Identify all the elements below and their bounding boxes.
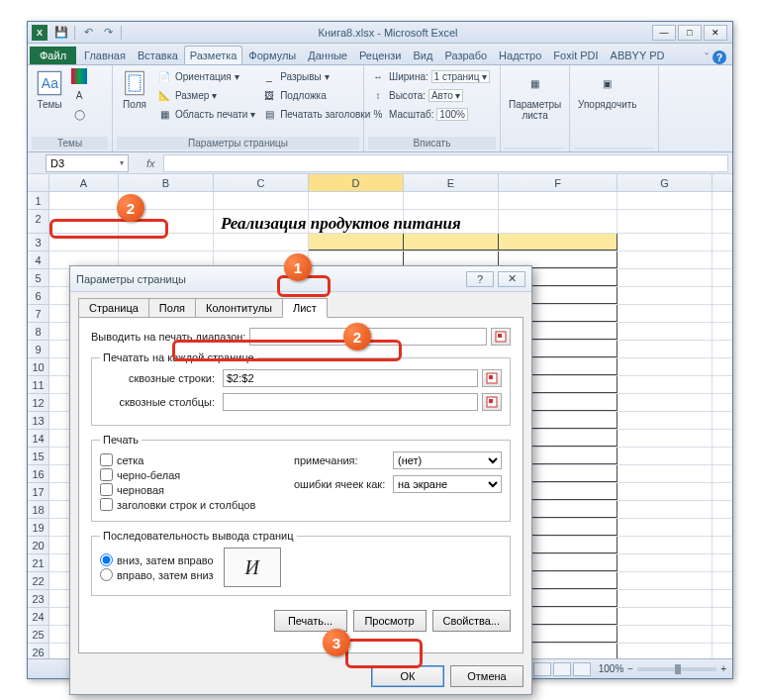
themes-button[interactable]: Aa Темы — [32, 67, 67, 112]
tab-developer[interactable]: Разрабо — [438, 46, 493, 64]
chk-headings[interactable] — [100, 498, 113, 511]
row-headers[interactable]: 1234567891011121314151617181920212223242… — [28, 192, 49, 659]
cancel-button[interactable]: Отмена — [450, 665, 523, 687]
height-icon: ↕ — [370, 87, 386, 103]
dialog-actions: ОК Отмена — [70, 661, 531, 691]
select-all-corner[interactable] — [28, 174, 49, 192]
ribbon-tabs: Файл Главная Вставка Разметка Формулы Да… — [28, 44, 732, 65]
dialog-title: Параметры страницы — [76, 273, 186, 285]
rows-repeat-picker[interactable] — [482, 369, 502, 387]
print-area-button[interactable]: ▦Область печати ▾ — [154, 105, 257, 123]
dlg-tab-sheet[interactable]: Лист — [282, 298, 328, 318]
sheet-options-icon: ▦ — [522, 69, 549, 97]
svg-rect-5 — [498, 334, 502, 338]
undo-icon[interactable]: ↶ — [79, 24, 97, 42]
radio-down-over[interactable] — [100, 553, 113, 566]
radio-over-down[interactable] — [100, 568, 113, 581]
file-tab[interactable]: Файл — [30, 47, 76, 64]
print-range-picker[interactable] — [491, 328, 511, 346]
dialog-help-button[interactable]: ? — [466, 271, 494, 287]
help-icon[interactable]: ? — [712, 50, 726, 64]
minimize-button[interactable]: — — [652, 25, 676, 41]
size-icon: 📐 — [156, 87, 172, 103]
margins-button[interactable]: Поля — [117, 67, 152, 112]
callout-1: 1 — [284, 253, 312, 281]
breaks-icon: ⎯ — [261, 68, 277, 84]
print-titles-button[interactable]: ▤Печатать заголовки — [259, 105, 372, 123]
cols-repeat-input[interactable] — [223, 393, 478, 411]
ok-button[interactable]: ОК — [371, 665, 444, 687]
rows-repeat-input[interactable] — [223, 369, 478, 387]
save-icon[interactable]: 💾 — [52, 24, 70, 42]
page-order-preview: И — [224, 548, 281, 587]
repeat-group: Печатать на каждой странице сквозные стр… — [91, 351, 511, 426]
tab-formulas[interactable]: Формулы — [242, 46, 302, 64]
view-normal[interactable] — [533, 662, 551, 676]
preview-button[interactable]: Просмотр — [353, 610, 427, 632]
callout-2b: 2 — [343, 323, 371, 350]
formula-bar: D3▾ fx — [28, 152, 732, 174]
window-title: Книга8.xlsx - Microsoft Excel — [125, 27, 651, 39]
excel-window: X 💾 ↶ ↷ Книга8.xlsx - Microsoft Excel — … — [27, 21, 733, 679]
orientation-button[interactable]: 📄Ориентация ▾ — [154, 67, 257, 85]
dlg-tab-margins[interactable]: Поля — [148, 298, 196, 317]
close-button[interactable]: ✕ — [704, 25, 727, 41]
errors-select[interactable]: на экране — [393, 475, 502, 493]
ribbon-minimize-icon[interactable]: ˇ — [705, 51, 709, 63]
zoom-in-icon[interactable]: + — [720, 663, 726, 674]
tab-review[interactable]: Рецензи — [353, 46, 408, 64]
group-page-label: Параметры страницы — [117, 137, 359, 150]
dlg-tab-headerfooter[interactable]: Колонтитулы — [195, 298, 283, 317]
maximize-button[interactable]: □ — [678, 25, 702, 41]
dialog-close-button[interactable]: ✕ — [498, 271, 525, 287]
sheet-options-button[interactable]: ▦ Параметры листа — [505, 67, 565, 123]
theme-colors[interactable] — [69, 67, 92, 85]
dialog-body: Выводить на печать диапазон: Печатать на… — [78, 317, 523, 653]
chk-bw[interactable] — [100, 468, 113, 481]
breaks-button[interactable]: ⎯Разрывы ▾ — [259, 67, 372, 85]
size-button[interactable]: 📐Размер ▾ — [154, 86, 257, 104]
name-box[interactable]: D3▾ — [46, 154, 129, 172]
arrange-button[interactable]: ▣ Упорядочить — [574, 67, 641, 112]
tab-home[interactable]: Главная — [78, 46, 132, 64]
tab-pagelayout[interactable]: Разметка — [184, 46, 243, 64]
background-icon: 🖼 — [261, 87, 277, 103]
tab-abbyy[interactable]: ABBYY PD — [605, 46, 671, 64]
redo-icon[interactable]: ↷ — [99, 24, 117, 42]
properties-button[interactable]: Свойства... — [432, 610, 511, 632]
tab-insert[interactable]: Вставка — [132, 46, 184, 64]
chk-draft[interactable] — [100, 483, 113, 496]
theme-fonts[interactable]: A — [69, 86, 92, 104]
tab-foxit[interactable]: Foxit PDI — [547, 46, 604, 64]
fit-width[interactable]: ↔Ширина: 1 страниц ▾ — [368, 67, 496, 85]
formula-input[interactable] — [163, 154, 728, 172]
tab-addins[interactable]: Надстро — [493, 46, 547, 64]
tab-view[interactable]: Вид — [408, 46, 439, 64]
cols-repeat-picker[interactable] — [482, 393, 502, 411]
print-options-group: Печать сетка черно-белая черновая заголо… — [91, 434, 511, 522]
comments-label: примечания: — [294, 454, 393, 466]
chk-gridlines[interactable] — [100, 453, 113, 466]
width-icon: ↔ — [370, 68, 386, 84]
zoom-out-icon[interactable]: − — [627, 663, 633, 674]
print-options-label: Печать — [100, 434, 142, 446]
theme-effects[interactable]: ◯ — [69, 105, 92, 123]
svg-rect-9 — [489, 399, 493, 403]
zoom-slider[interactable] — [637, 667, 716, 671]
tab-data[interactable]: Данные — [302, 46, 353, 64]
view-break[interactable] — [573, 662, 591, 676]
dlg-tab-page[interactable]: Страница — [78, 298, 149, 317]
margins-icon — [121, 69, 148, 97]
callout-3: 3 — [323, 629, 350, 656]
background-button[interactable]: 🖼Подложка — [259, 86, 372, 104]
column-headers[interactable]: ABCDEFG — [49, 174, 732, 192]
arrange-icon: ▣ — [594, 69, 621, 97]
group-themes-label: Темы — [32, 137, 108, 150]
comments-select[interactable]: (нет) — [393, 451, 502, 469]
fit-height[interactable]: ↕Высота: Авто ▾ — [368, 86, 496, 104]
fx-icon[interactable]: fx — [146, 157, 155, 169]
view-layout[interactable] — [553, 662, 571, 676]
sheet-heading: Реализация продуктов питания — [221, 214, 461, 234]
printarea-icon: ▦ — [156, 106, 172, 122]
fit-scale[interactable]: %Масштаб: 100% — [368, 105, 496, 123]
